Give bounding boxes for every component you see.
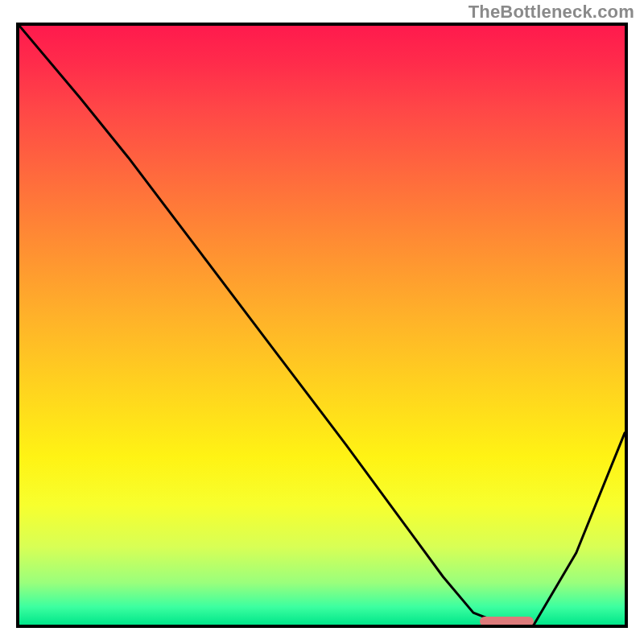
plot-border <box>16 23 628 628</box>
watermark-text: TheBottleneck.com <box>469 2 634 23</box>
plot-border-bottom <box>16 625 628 628</box>
